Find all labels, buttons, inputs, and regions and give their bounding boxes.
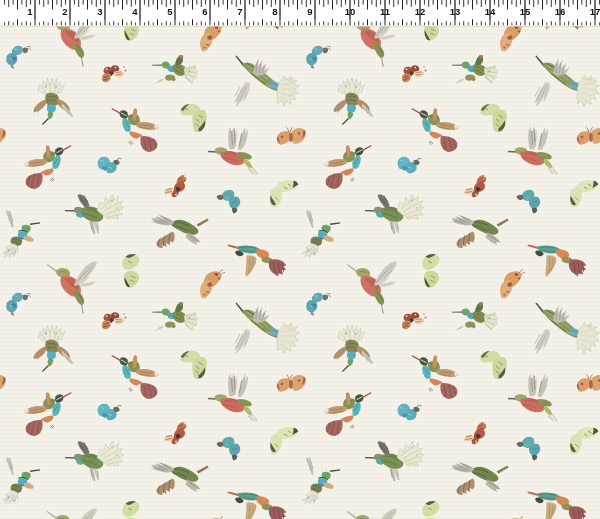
svg-text:1: 1 [27, 6, 33, 17]
svg-text:5: 5 [167, 6, 173, 17]
svg-text:14: 14 [485, 6, 496, 17]
svg-text:9: 9 [307, 6, 312, 17]
svg-text:2: 2 [62, 6, 67, 17]
svg-text:6: 6 [202, 6, 207, 17]
svg-text:10: 10 [345, 6, 356, 17]
svg-text:4: 4 [132, 6, 138, 17]
svg-text:12: 12 [415, 6, 426, 17]
svg-text:8: 8 [272, 6, 277, 17]
svg-text:3: 3 [97, 6, 102, 17]
svg-text:17: 17 [590, 6, 600, 17]
svg-text:16: 16 [555, 6, 566, 17]
svg-text:11: 11 [380, 6, 391, 17]
svg-text:15: 15 [520, 6, 531, 17]
svg-text:13: 13 [450, 6, 461, 17]
svg-text:7: 7 [237, 6, 242, 17]
